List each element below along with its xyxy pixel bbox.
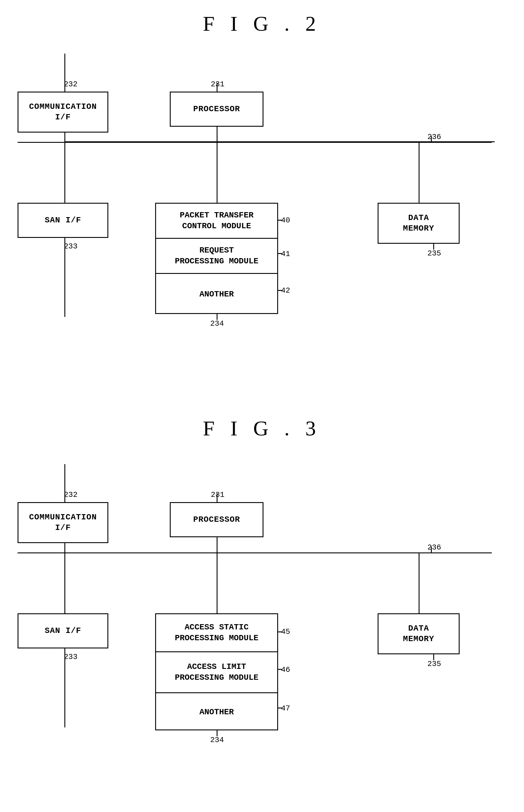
label-234: 234 <box>210 319 224 328</box>
processor-box: PROCESSOR <box>170 91 263 127</box>
label-233: 233 <box>64 242 78 251</box>
fig3-label-233: 233 <box>64 653 78 661</box>
san-if-box: SAN I/F <box>18 203 108 238</box>
data-memory-box: DATA MEMORY <box>378 203 460 244</box>
fig3-access-limit-cell: ACCESS LIMIT PROCESSING MODULE <box>156 652 277 693</box>
module-box: PACKET TRANSFER CONTROL MODULE REQUEST P… <box>155 203 278 314</box>
fig3-label-47: 47 <box>281 704 290 713</box>
fig3-comm-if-box: COMMUNICATION I/F <box>18 502 108 543</box>
label-235: 235 <box>427 249 441 258</box>
fig3-module-box: ACCESS STATIC PROCESSING MODULE ACCESS L… <box>155 613 278 730</box>
fig2-diagram: COMMUNICATION I/F PROCESSOR 232 231 236 … <box>0 53 524 399</box>
fig3-data-memory-box: DATA MEMORY <box>378 613 460 654</box>
label-231: 231 <box>211 80 225 89</box>
another-cell: ANOTHER <box>156 274 277 315</box>
fig3-label-232: 232 <box>64 490 78 499</box>
fig3-label-235: 235 <box>427 660 441 668</box>
fig3-label-46: 46 <box>281 665 290 674</box>
packet-transfer-cell: PACKET TRANSFER CONTROL MODULE <box>156 204 277 239</box>
label-41: 41 <box>281 250 290 258</box>
fig3-processor-box: PROCESSOR <box>170 502 263 537</box>
fig3-label-234: 234 <box>210 735 224 744</box>
fig3-another-cell: ANOTHER <box>156 693 277 731</box>
comm-if-box: COMMUNICATION I/F <box>18 91 108 133</box>
request-processing-cell: REQUEST PROCESSING MODULE <box>156 239 277 274</box>
fig3-san-if-box: SAN I/F <box>18 613 108 648</box>
fig3-diagram: COMMUNICATION I/F PROCESSOR 232 231 236 … <box>0 464 524 812</box>
label-232: 232 <box>64 80 78 89</box>
fig3-title: F I G . 3 <box>0 417 524 441</box>
fig3-label-231: 231 <box>211 490 225 499</box>
fig2-title: F I G . 2 <box>0 12 524 36</box>
fig3-label-236: 236 <box>427 543 441 552</box>
fig3-access-static-cell: ACCESS STATIC PROCESSING MODULE <box>156 614 277 652</box>
label-236: 236 <box>427 133 441 141</box>
